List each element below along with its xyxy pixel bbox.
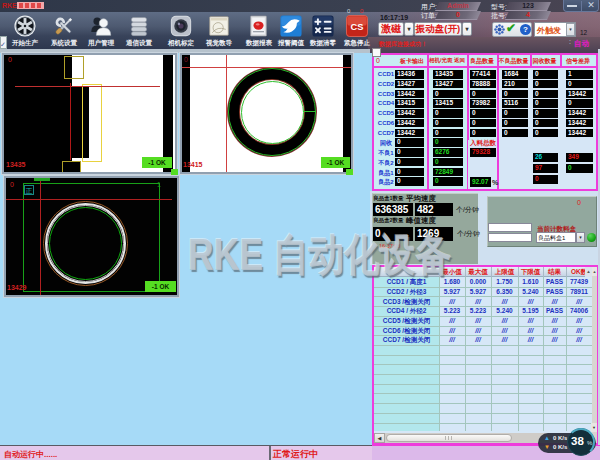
- svg-text:CS: CS: [351, 22, 364, 32]
